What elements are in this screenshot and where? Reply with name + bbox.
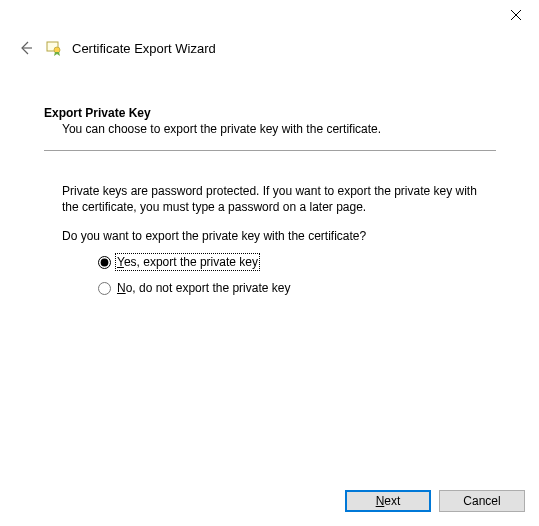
close-button[interactable]	[493, 0, 539, 30]
back-arrow-icon	[18, 40, 34, 56]
wizard-title: Certificate Export Wizard	[72, 41, 216, 56]
radio-yes-label[interactable]: Yes, export the private key	[117, 255, 258, 269]
page-subheading: You can choose to export the private key…	[62, 122, 499, 136]
certificate-icon	[46, 40, 62, 56]
radio-no-export[interactable]	[98, 282, 111, 295]
radio-yes-export[interactable]	[98, 256, 111, 269]
page-question: Do you want to export the private key wi…	[62, 229, 499, 243]
back-button[interactable]	[16, 38, 36, 58]
divider	[44, 150, 496, 151]
export-key-radio-group: Yes, export the private key No, do not e…	[98, 255, 499, 295]
radio-no-label[interactable]: No, do not export the private key	[117, 281, 290, 295]
page-heading: Export Private Key	[44, 106, 499, 120]
page-body-text: Private keys are password protected. If …	[62, 183, 482, 215]
next-button[interactable]: Next	[345, 490, 431, 512]
cancel-button[interactable]: Cancel	[439, 490, 525, 512]
close-icon	[511, 10, 521, 20]
